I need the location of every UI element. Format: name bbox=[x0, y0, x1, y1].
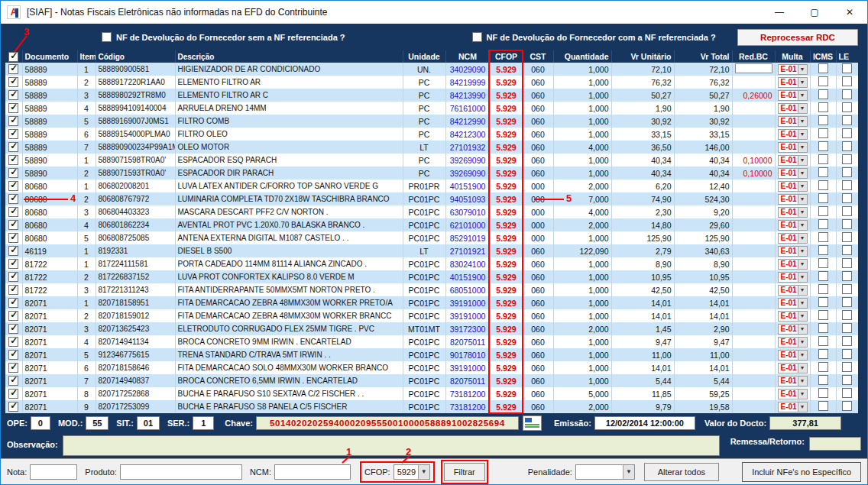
multa-combo[interactable]: E-01▼ bbox=[778, 298, 808, 309]
le-checkbox[interactable] bbox=[842, 388, 852, 398]
icms-checkbox[interactable] bbox=[818, 362, 828, 372]
icms-checkbox[interactable] bbox=[818, 297, 828, 307]
multa-combo[interactable]: E-01▼ bbox=[778, 207, 808, 218]
table-row[interactable]: 820719820717253099BUCHA E PARAFUSO S8 PA… bbox=[5, 400, 858, 413]
row-checkbox[interactable] bbox=[8, 259, 18, 269]
row-checkbox[interactable] bbox=[8, 90, 18, 100]
le-checkbox[interactable] bbox=[842, 336, 852, 346]
multa-combo[interactable]: E-01▼ bbox=[778, 324, 808, 335]
incluir-nfes-button[interactable]: Incluir NFe's no Específico bbox=[742, 462, 861, 482]
le-checkbox[interactable] bbox=[842, 180, 852, 190]
row-checkbox[interactable] bbox=[8, 77, 18, 87]
table-row[interactable]: 5889025889071593TR0A0'ESPACADOR DIR PARA… bbox=[5, 167, 858, 179]
row-checkbox[interactable] bbox=[8, 207, 18, 217]
row-checkbox[interactable] bbox=[8, 285, 18, 295]
row-checkbox[interactable] bbox=[8, 194, 18, 204]
le-checkbox[interactable] bbox=[842, 141, 852, 151]
table-row[interactable]: 5889015889071598TR0A0'ESPACADOR ESQ PARA… bbox=[5, 154, 858, 167]
table-row[interactable]: 5888935888980292TR8M0ELEMENTO FILTRO AR … bbox=[5, 89, 858, 102]
checkbox-devolucao-com-referencia[interactable]: NF de Devolução do Fornecedor com a NF r… bbox=[472, 32, 716, 42]
row-checkbox[interactable] bbox=[8, 298, 18, 308]
icms-checkbox[interactable] bbox=[818, 401, 828, 411]
icms-checkbox[interactable] bbox=[818, 89, 828, 99]
icms-checkbox[interactable] bbox=[818, 76, 828, 86]
le-checkbox[interactable] bbox=[842, 115, 852, 125]
table-row[interactable]: 820711820718158951FITA DEMARCACAO ZEBRA … bbox=[5, 296, 858, 309]
row-checkbox[interactable] bbox=[8, 220, 18, 230]
table-row[interactable]: 58889658889154000PLMA0FILTRO OLEOPC84212… bbox=[5, 128, 858, 141]
le-checkbox[interactable] bbox=[842, 219, 852, 229]
icms-checkbox[interactable] bbox=[818, 128, 828, 138]
le-checkbox[interactable] bbox=[842, 258, 852, 268]
multa-combo[interactable]: E-01▼ bbox=[778, 90, 808, 101]
table-row[interactable]: 806804806801862234AVENTAL PROT PVC 1.20X… bbox=[5, 218, 858, 231]
multa-combo[interactable]: E-01▼ bbox=[778, 64, 808, 75]
icms-checkbox[interactable] bbox=[818, 219, 828, 229]
multa-combo[interactable]: E-01▼ bbox=[778, 389, 808, 399]
icms-checkbox[interactable] bbox=[818, 323, 828, 333]
le-checkbox[interactable] bbox=[842, 271, 852, 281]
table-row[interactable]: 5888945888994109140004ARRUELA DRENO 14MM… bbox=[5, 102, 858, 115]
row-checkbox[interactable] bbox=[8, 103, 18, 113]
icms-checkbox[interactable] bbox=[818, 180, 828, 190]
minimize-button[interactable]: — bbox=[762, 1, 797, 24]
multa-combo[interactable]: E-01▼ bbox=[778, 363, 808, 373]
table-row[interactable]: 820718820717252868BUCHA E PARAFUSO S10 S… bbox=[5, 387, 858, 400]
le-checkbox[interactable] bbox=[842, 76, 852, 86]
row-checkbox[interactable] bbox=[8, 64, 18, 74]
le-checkbox[interactable] bbox=[842, 297, 852, 307]
le-checkbox[interactable] bbox=[842, 102, 852, 112]
le-checkbox[interactable] bbox=[842, 206, 852, 216]
row-checkbox[interactable] bbox=[8, 272, 18, 282]
multa-combo[interactable]: E-01▼ bbox=[778, 103, 808, 114]
icms-checkbox[interactable] bbox=[818, 115, 828, 125]
table-row[interactable]: 806801806802008201LUVA LATEX ANTIDER C/F… bbox=[5, 179, 858, 192]
row-checkbox[interactable] bbox=[8, 116, 18, 126]
icms-checkbox[interactable] bbox=[818, 336, 828, 346]
nota-input[interactable] bbox=[30, 464, 77, 480]
table-row[interactable]: 4611918192331DIESEL B S500LT271019215.92… bbox=[5, 244, 858, 257]
le-checkbox[interactable] bbox=[842, 349, 852, 359]
table-row[interactable]: 806802806808767972LUMINARIA COMPLETA TD7… bbox=[5, 192, 858, 205]
multa-combo[interactable]: E-01▼ bbox=[778, 155, 808, 166]
table-row[interactable]: 817221817224111581PORTA CADEADO 114MM 81… bbox=[5, 257, 858, 270]
le-checkbox[interactable] bbox=[842, 128, 852, 138]
le-checkbox[interactable] bbox=[842, 310, 852, 320]
icms-checkbox[interactable] bbox=[818, 232, 828, 242]
nfe-document-icon[interactable] bbox=[523, 415, 542, 431]
filtrar-button[interactable]: Filtrar bbox=[444, 463, 485, 481]
icms-checkbox[interactable] bbox=[818, 167, 828, 177]
le-checkbox[interactable] bbox=[842, 193, 852, 203]
close-button[interactable]: ✕ bbox=[832, 1, 867, 24]
le-checkbox[interactable] bbox=[842, 154, 852, 164]
multa-combo[interactable]: E-01▼ bbox=[778, 246, 808, 257]
icms-checkbox[interactable] bbox=[818, 258, 828, 268]
multa-combo[interactable]: E-01▼ bbox=[778, 350, 808, 361]
multa-combo[interactable]: E-01▼ bbox=[778, 142, 808, 153]
row-checkbox[interactable] bbox=[8, 155, 18, 165]
icms-checkbox[interactable] bbox=[818, 141, 828, 151]
row-checkbox[interactable] bbox=[8, 181, 18, 191]
row-checkbox[interactable] bbox=[8, 402, 18, 412]
remessa-retorno-field[interactable] bbox=[809, 437, 861, 451]
penalidade-select[interactable]: ▼ bbox=[575, 464, 635, 480]
row-checkbox[interactable] bbox=[8, 324, 18, 334]
row-checkbox[interactable] bbox=[8, 363, 18, 373]
table-row[interactable]: 588891588890900581HIGIENIZADOR DE AR CON… bbox=[5, 63, 858, 76]
le-checkbox[interactable] bbox=[842, 362, 852, 372]
table-row[interactable]: 817222817226837152LUVA PROT CONFORTEX KA… bbox=[5, 270, 858, 283]
le-checkbox[interactable] bbox=[842, 167, 852, 177]
le-checkbox[interactable] bbox=[842, 89, 852, 99]
le-checkbox[interactable] bbox=[842, 232, 852, 242]
table-row[interactable]: 58889558889169007J0MS1FILTRO COMBPC84212… bbox=[5, 115, 858, 128]
multa-combo[interactable]: E-01▼ bbox=[778, 181, 808, 192]
table-row[interactable]: 588897588890900234P99A1MOLEO MOTORLT2710… bbox=[5, 141, 858, 154]
checkbox-icon[interactable] bbox=[472, 32, 482, 42]
multa-combo[interactable]: E-01▼ bbox=[778, 272, 808, 283]
icms-checkbox[interactable] bbox=[818, 193, 828, 203]
multa-combo[interactable]: E-01▼ bbox=[778, 376, 808, 386]
maximize-button[interactable]: ▢ bbox=[797, 1, 832, 24]
le-checkbox[interactable] bbox=[842, 323, 852, 333]
row-checkbox[interactable] bbox=[8, 142, 18, 152]
alterar-todos-button[interactable]: Alterar todos bbox=[644, 463, 719, 481]
